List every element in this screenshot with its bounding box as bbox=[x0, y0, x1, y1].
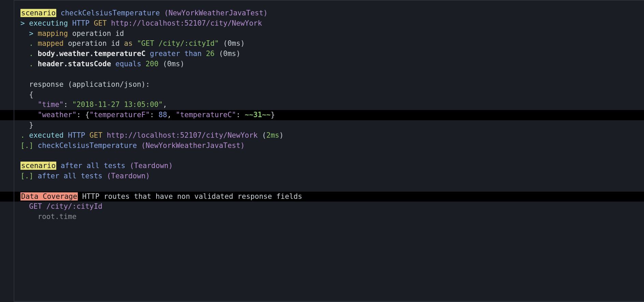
assert-status: . header.statusCode equals 200 (0ms) bbox=[0, 59, 644, 69]
data-coverage-tag: Data Coverage bbox=[20, 192, 78, 201]
executed-line: . executed HTTP GET http://localhost:521… bbox=[0, 131, 644, 141]
teardown-result: [.] after all tests (Teardown) bbox=[0, 171, 644, 181]
response-header: response (application/json): bbox=[0, 80, 644, 90]
coverage-field: root.time bbox=[0, 212, 644, 222]
scenario-name: checkCelsiusTemperature bbox=[61, 9, 160, 17]
data-coverage-header: Data Coverage HTTP routes that have non … bbox=[0, 192, 644, 202]
mapped-line: . mapped operation id as "GET /city/:cit… bbox=[0, 39, 644, 49]
json-time: "time": "2018-11-27 13:05:00", bbox=[0, 100, 644, 110]
json-open: { bbox=[0, 90, 644, 100]
json-close: } bbox=[0, 120, 644, 131]
scenario-header: scenario checkCelsiusTemperature (NewYor… bbox=[0, 8, 644, 18]
scenario-tag: scenario bbox=[20, 9, 56, 17]
gutter bbox=[0, 0, 14, 302]
json-weather-highlight: "weather": {"temperatureF": 88, "tempera… bbox=[0, 110, 644, 120]
scenario-tag: scenario bbox=[20, 162, 56, 170]
coverage-route: GET /city/:cityId bbox=[0, 202, 644, 212]
terminal-output: scenario checkCelsiusTemperature (NewYor… bbox=[0, 0, 644, 302]
top-border bbox=[14, 0, 644, 1]
assert-temperature: . body.weather.temperatureC greater than… bbox=[0, 49, 644, 59]
mapping-line: > mapping operation id bbox=[0, 29, 644, 39]
scenario-suite: (NewYorkWeatherJavaTest) bbox=[164, 9, 267, 17]
scenario-result: [.] checkCelsiusTemperature (NewYorkWeat… bbox=[0, 141, 644, 151]
executing-line: > executing HTTP GET http://localhost:52… bbox=[0, 18, 644, 29]
teardown-header: scenario after all tests (Teardown) bbox=[0, 161, 644, 171]
